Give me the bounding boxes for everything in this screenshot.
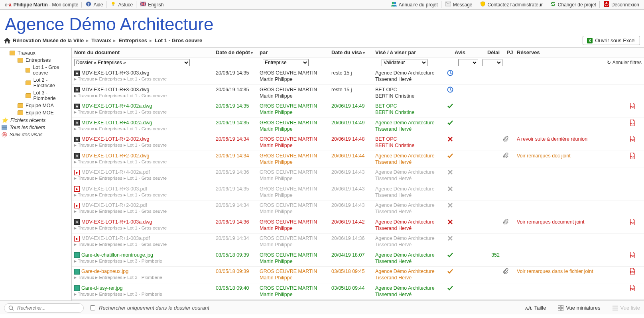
- table-row[interactable]: ▸MDV-EXE-LOT1-R+4-002a.pdf▸ Travaux ▸ En…: [72, 167, 644, 184]
- thumbnails-view-button[interactable]: Vue miniatures: [558, 305, 600, 311]
- table-row[interactable]: Gare-d-issy-rer.jpg▸ Travaux ▸ Entrepris…: [72, 283, 644, 300]
- search-current-folder-input[interactable]: [90, 305, 95, 310]
- doc-pdf-link[interactable]: PDF: [630, 268, 642, 281]
- table-row[interactable]: ▸MDV-EXE-LOT1-R+2-002.pdf▸ Travaux ▸ Ent…: [72, 200, 644, 217]
- folder-icon: [18, 110, 23, 115]
- doc-avis: [447, 70, 473, 83]
- home-icon[interactable]: [4, 38, 10, 43]
- table-row[interactable]: ▸MDV-EXE-LOT1-R+3-003.pdf▸ Travaux ▸ Ent…: [72, 184, 644, 201]
- table-row[interactable]: AMDV-EXE-LOT1-R+2-002.dwg▸ Travaux ▸ Ent…: [72, 151, 644, 168]
- sidebar-item[interactable]: Lot 3 - Plomberie: [0, 89, 71, 102]
- pdf-file-icon: ▸: [74, 203, 80, 208]
- help-link[interactable]: ? Aide: [83, 1, 106, 8]
- th-par[interactable]: par: [260, 49, 331, 55]
- reset-filters-button[interactable]: ↻ Annuler filtres: [607, 60, 642, 65]
- power-icon: [604, 1, 609, 8]
- switch-project-link[interactable]: Changer de projet: [547, 1, 600, 8]
- table-row[interactable]: Gare-de-bagneux.jpg▸ Travaux ▸ Entrepris…: [72, 267, 644, 283]
- svg-text:PDF: PDF: [630, 288, 635, 290]
- contact-admin-link[interactable]: Contactez l'administrateur: [477, 1, 546, 8]
- sidebar-item[interactable]: Entreprises: [0, 57, 71, 64]
- doc-author: GROS OEUVRE MARTINMartin Philippe: [260, 285, 331, 298]
- doc-avis: [447, 153, 473, 166]
- table-row[interactable]: AMDV-EXE-LOT1-R+3-003.dwg▸ Travaux ▸ Ent…: [72, 85, 644, 102]
- sidebar-item[interactable]: Lot 2 - Electricité: [0, 77, 71, 89]
- doc-visapar: Agence Démo ArchitectureTisserand Hervé: [375, 252, 447, 265]
- th-delai[interactable]: Délai: [473, 49, 503, 55]
- table-row[interactable]: ▸MDV-EXE-LOT1-R+1-003a.pdf▸ Travaux ▸ En…: [72, 234, 644, 250]
- tip-link[interactable]: Astuce: [107, 1, 136, 8]
- doc-reserves: [517, 169, 630, 182]
- doc-attachment[interactable]: [503, 219, 517, 232]
- th-visa[interactable]: Date du visa▾: [331, 49, 375, 55]
- crumb-3[interactable]: Lot 1 - Gros oeuvre: [155, 37, 202, 43]
- directory-link[interactable]: Annuaire du projet: [388, 1, 441, 8]
- sidebar-item[interactable]: Travaux: [0, 49, 71, 57]
- doc-reserves: [517, 86, 630, 100]
- sidebar-item[interactable]: Lot 1 - Gros oeuvre: [0, 64, 71, 77]
- th-date[interactable]: Date de dépôt▾: [216, 49, 260, 55]
- dwg-file-icon: A: [74, 71, 80, 76]
- validateur-filter-select[interactable]: Validateur: [382, 59, 427, 66]
- open-excel-button[interactable]: X Ouvrir sous Excel: [583, 36, 640, 45]
- doc-pdf-link[interactable]: PDF: [630, 103, 642, 116]
- th-avis[interactable]: Avis: [447, 49, 473, 55]
- list-icon: [612, 305, 618, 311]
- table-row[interactable]: AMDV-EXE-LOT1-R+4-002a.dwg▸ Travaux ▸ En…: [72, 101, 644, 118]
- entreprise-filter-select[interactable]: Entreprise: [263, 59, 309, 66]
- search-input[interactable]: [16, 305, 79, 311]
- crumb-2[interactable]: Entreprises: [118, 37, 147, 43]
- search-current-folder-checkbox[interactable]: Rechercher uniquement dans le dossier co…: [89, 304, 209, 312]
- account-menu[interactable]: e·a Philippe Martin - Mon compte: [2, 2, 82, 8]
- doc-attachment[interactable]: [503, 153, 517, 166]
- table-row[interactable]: AMDV-EXE-LOT1-R+4-002a.dwg▸ Travaux ▸ En…: [72, 118, 644, 135]
- text-size-button[interactable]: AA Taille: [525, 305, 546, 311]
- table-row[interactable]: AMDV-EXE-LOT1-R+1-003a.dwg▸ Travaux ▸ En…: [72, 217, 644, 234]
- doc-visa-date: reste 15 j: [331, 70, 375, 83]
- table-body: AMDV-EXE-LOT1-R+3-003.dwg▸ Travaux ▸ Ent…: [72, 68, 644, 300]
- doc-delai: 352: [473, 252, 503, 265]
- svg-text:PDF: PDF: [630, 139, 635, 141]
- doc-pdf-link[interactable]: PDF: [630, 136, 642, 149]
- table-row[interactable]: AMDV-EXE-LOT1-R+2-002.dwg▸ Travaux ▸ Ent…: [72, 134, 644, 151]
- table-row[interactable]: AMDV-EXE-LOT1-R+3-003.dwg▸ Travaux ▸ Ent…: [72, 68, 644, 85]
- th-pj[interactable]: PJ: [503, 49, 517, 55]
- search-box[interactable]: [4, 303, 84, 313]
- doc-pdf-link: [630, 70, 642, 83]
- message-link[interactable]: Message: [442, 1, 476, 8]
- doc-author: GROS OEUVRE MARTINMartin Philippe: [260, 70, 331, 83]
- doc-pdf-link[interactable]: PDF: [630, 219, 642, 232]
- sidebar-item[interactable]: ⭐Fichiers récents: [0, 116, 71, 124]
- delai-filter-select[interactable]: [483, 59, 502, 66]
- doc-visa-date: 20/04/19 18:07: [331, 252, 375, 265]
- sidebar-item[interactable]: Tous les fichiers: [0, 124, 71, 131]
- breadcrumb-row: Rénovation Musée de la Ville▸ Travaux▸ E…: [0, 34, 644, 47]
- doc-reserves: [517, 285, 630, 298]
- crumb-0[interactable]: Rénovation Musée de la Ville: [13, 37, 84, 43]
- doc-reserves: [517, 252, 630, 265]
- doc-pdf-link[interactable]: PDF: [630, 285, 642, 298]
- doc-pdf-link[interactable]: PDF: [630, 153, 642, 166]
- language-switch[interactable]: English: [137, 1, 167, 8]
- doc-pdf-link[interactable]: PDF: [630, 120, 642, 133]
- th-name[interactable]: Nom du document: [74, 49, 216, 55]
- doc-path: ▸ Travaux ▸ Entreprises ▸ Lot 3 - Plombe…: [74, 275, 216, 281]
- doc-delai: [473, 103, 503, 116]
- logout-link[interactable]: Déconnexion: [601, 1, 642, 8]
- list-view-button[interactable]: Vue liste: [612, 305, 640, 311]
- doc-pdf-link[interactable]: PDF: [630, 252, 642, 265]
- crumb-1[interactable]: Travaux: [91, 37, 111, 43]
- sidebar-item[interactable]: Equipe MOA: [0, 102, 71, 109]
- th-visepar[interactable]: Visé / à viser par: [375, 49, 447, 55]
- doc-attachment[interactable]: [503, 136, 517, 149]
- table-row[interactable]: Gare-de-chatillon-montrouge.jpg▸ Travaux…: [72, 250, 644, 267]
- doc-delai: [473, 285, 503, 298]
- sidebar-item[interactable]: Equipe MOE: [0, 109, 71, 116]
- doc-attachment[interactable]: [503, 268, 517, 281]
- folder-filter-select[interactable]: Dossier « Entreprises »: [74, 59, 190, 66]
- doc-date: 20/06/19 14:35: [216, 120, 260, 133]
- lightbulb-icon: [110, 1, 116, 8]
- sidebar-item[interactable]: Suivi des visas: [0, 131, 71, 138]
- avis-filter-select[interactable]: [458, 59, 478, 66]
- th-reserves[interactable]: Réserves: [517, 49, 630, 55]
